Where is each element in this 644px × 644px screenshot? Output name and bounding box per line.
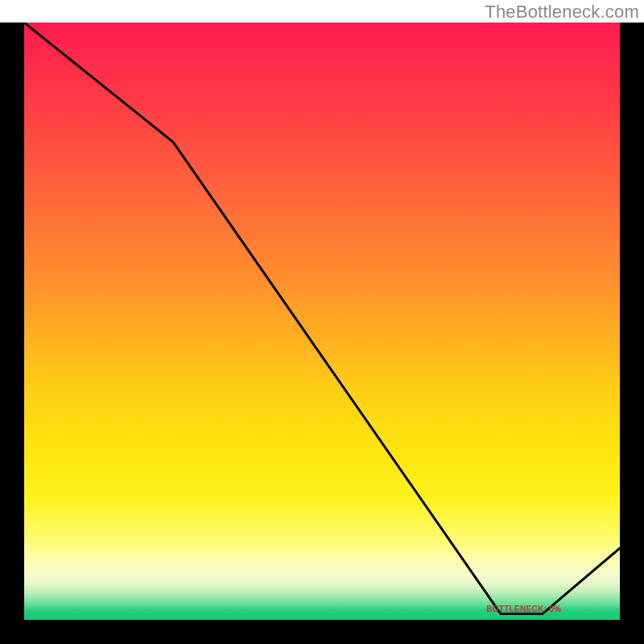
chart-frame: BOTTLENECK: 0% [0, 23, 644, 644]
attribution-text: TheBottleneck.com [0, 0, 644, 23]
bottleneck-zero-label: BOTTLENECK: 0% [486, 605, 561, 613]
bottleneck-curve [24, 23, 620, 614]
line-layer [24, 23, 620, 620]
plot-area: BOTTLENECK: 0% [24, 23, 620, 620]
